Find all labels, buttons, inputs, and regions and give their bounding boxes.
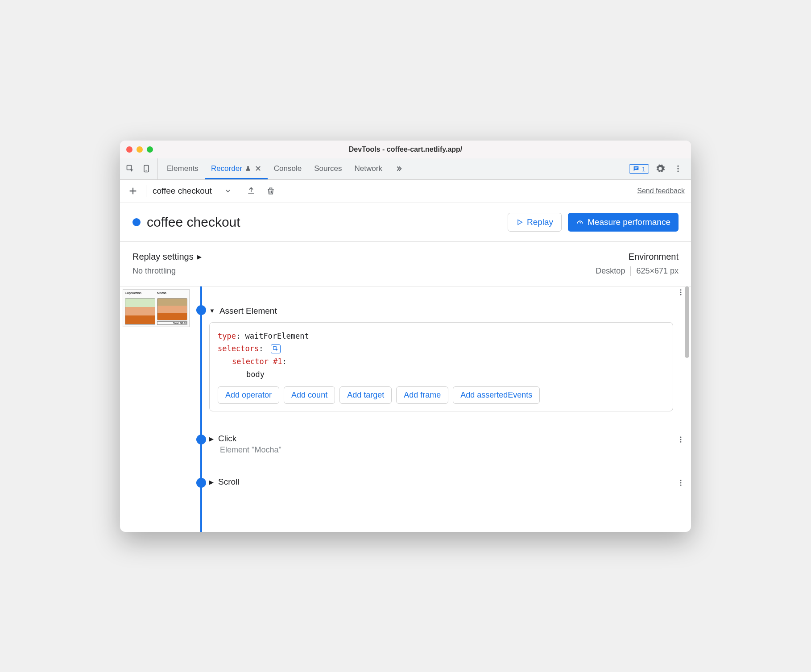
tab-network-label: Network xyxy=(355,164,382,173)
svg-point-19 xyxy=(680,485,682,486)
thumbnail-column: Cappuccino Mocha Total: $0.00 xyxy=(120,286,191,532)
thumb-label: Cappuccino xyxy=(125,291,155,295)
chevron-right-icon: ▶ xyxy=(197,253,202,260)
tab-recorder[interactable]: Recorder ✕ xyxy=(205,158,268,179)
measure-label: Measure performance xyxy=(588,217,670,227)
svg-point-12 xyxy=(680,294,682,295)
traffic-lights xyxy=(126,146,153,153)
step-thumbnail[interactable]: Cappuccino Mocha Total: $0.00 xyxy=(123,289,190,327)
add-operator-button[interactable]: Add operator xyxy=(218,386,279,404)
replay-settings-toggle[interactable]: Replay settings ▶ xyxy=(132,252,202,262)
svg-point-18 xyxy=(680,482,682,484)
selector-picker-icon[interactable] xyxy=(271,344,281,353)
step-body: type: waitForElement selectors: selector… xyxy=(209,322,673,412)
measure-performance-button[interactable]: Measure performance xyxy=(568,213,679,232)
add-target-button[interactable]: Add target xyxy=(339,386,392,404)
settings-bar: Replay settings ▶ No throttling Environm… xyxy=(120,242,691,286)
replay-settings-label: Replay settings xyxy=(132,252,194,262)
thumb-total: Total: $0.00 xyxy=(157,321,187,325)
step-assert-element: ▼ Assert Element type: waitForElement se… xyxy=(209,286,691,412)
recording-name: coffee checkout xyxy=(153,186,212,196)
delete-button[interactable] xyxy=(264,184,277,198)
step-title: Scroll xyxy=(218,477,240,487)
step-click: ▶ Click Element "Mocha" xyxy=(209,434,691,455)
add-asserted-events-button[interactable]: Add assertedEvents xyxy=(453,386,540,404)
step-header[interactable]: ▼ Assert Element xyxy=(209,306,673,316)
env-device: Desktop xyxy=(596,266,625,276)
step-header[interactable]: ▶ Scroll xyxy=(209,477,673,487)
tab-elements-label: Elements xyxy=(167,164,199,173)
step-dot xyxy=(196,305,206,315)
scrollbar-thumb[interactable] xyxy=(685,286,689,358)
recorder-toolbar: coffee checkout Send feedback xyxy=(120,180,691,203)
maximize-window-button[interactable] xyxy=(147,146,153,153)
svg-point-5 xyxy=(677,166,679,167)
svg-point-14 xyxy=(680,436,682,438)
devtools-tabbar: Elements Recorder ✕ Console Sources Netw… xyxy=(120,158,691,180)
devtools-window: DevTools - coffee-cart.netlify.app/ Elem… xyxy=(120,141,691,532)
thumb-label: Mocha xyxy=(157,291,187,295)
step-dot xyxy=(196,435,206,444)
scrollbar[interactable] xyxy=(685,286,690,532)
recording-selector[interactable]: coffee checkout xyxy=(153,186,232,196)
svg-point-17 xyxy=(680,480,682,481)
add-count-button[interactable]: Add count xyxy=(284,386,335,404)
add-frame-button[interactable]: Add frame xyxy=(396,386,448,404)
divider xyxy=(146,185,146,197)
svg-rect-4 xyxy=(634,168,637,169)
divider xyxy=(238,185,238,197)
tab-recorder-label: Recorder xyxy=(211,164,242,173)
inspect-element-icon[interactable] xyxy=(124,162,137,175)
tab-sources-label: Sources xyxy=(314,164,342,173)
play-icon xyxy=(516,219,523,226)
recording-header: coffee checkout Replay Measure performan… xyxy=(120,203,691,242)
minimize-window-button[interactable] xyxy=(137,146,143,153)
chevron-right-icon: ▶ xyxy=(209,436,214,442)
svg-point-7 xyxy=(677,170,679,172)
recorder-content: Cappuccino Mocha Total: $0.00 ▼ Assert E… xyxy=(120,286,691,532)
issues-badge[interactable]: 1 xyxy=(629,164,649,174)
timeline-line xyxy=(200,286,202,532)
message-icon xyxy=(633,165,640,172)
recording-status-dot xyxy=(132,218,141,226)
svg-point-11 xyxy=(680,291,682,293)
recording-title: coffee checkout xyxy=(147,215,240,230)
window-title: DevTools - coffee-cart.netlify.app/ xyxy=(349,145,463,153)
new-recording-button[interactable] xyxy=(126,184,140,198)
device-toggle-icon[interactable] xyxy=(140,162,153,175)
svg-point-16 xyxy=(680,441,682,443)
code-value: waitForElement xyxy=(245,332,309,340)
settings-icon[interactable] xyxy=(654,162,667,175)
svg-point-6 xyxy=(677,168,679,169)
step-title: Assert Element xyxy=(219,306,277,316)
step-subtitle: Element "Mocha" xyxy=(220,445,673,455)
replay-button[interactable]: Replay xyxy=(508,213,562,232)
code-key: selector #1 xyxy=(232,357,282,366)
tab-sources[interactable]: Sources xyxy=(308,158,348,179)
step-header[interactable]: ▶ Click xyxy=(209,434,673,444)
chevron-down-icon xyxy=(224,187,232,195)
tab-console[interactable]: Console xyxy=(268,158,308,179)
step-title: Click xyxy=(218,434,236,444)
issues-count: 1 xyxy=(642,165,645,173)
tab-close-icon[interactable]: ✕ xyxy=(255,164,261,174)
tab-elements[interactable]: Elements xyxy=(161,158,205,179)
tab-overflow[interactable] xyxy=(389,158,409,179)
tab-network[interactable]: Network xyxy=(348,158,389,179)
steps-timeline: ▼ Assert Element type: waitForElement se… xyxy=(191,286,691,532)
svg-point-15 xyxy=(680,439,682,440)
code-key: selectors xyxy=(218,344,259,353)
chevron-right-icon: ▶ xyxy=(209,479,214,485)
svg-rect-3 xyxy=(634,167,637,168)
feedback-link[interactable]: Send feedback xyxy=(637,187,685,195)
step-scroll: ▶ Scroll xyxy=(209,477,691,487)
environment-label: Environment xyxy=(629,252,679,262)
kebab-menu-icon[interactable] xyxy=(671,162,685,175)
export-button[interactable] xyxy=(244,184,258,198)
titlebar: DevTools - coffee-cart.netlify.app/ xyxy=(120,141,691,158)
code-key: type xyxy=(218,332,236,340)
gauge-icon xyxy=(576,218,584,226)
env-viewport: 625×671 px xyxy=(636,266,679,276)
close-window-button[interactable] xyxy=(126,146,132,153)
code-value: body xyxy=(246,370,265,379)
